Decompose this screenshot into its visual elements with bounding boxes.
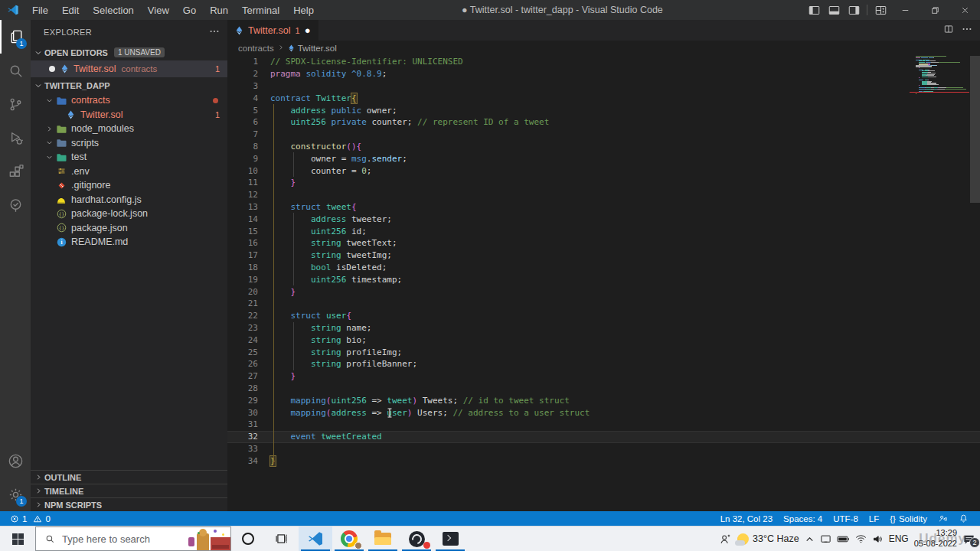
code-line-29[interactable]: 29 mapping(uint256 => tweet) Tweets; // … (227, 394, 980, 406)
code-line-26[interactable]: 26 string profileBanner; (227, 358, 980, 370)
folder-contracts[interactable]: contracts (31, 93, 227, 108)
code-line-4[interactable]: 4contract Twitter{ (227, 92, 980, 104)
line-number[interactable]: 26 (227, 359, 258, 369)
input-language[interactable]: ENG (889, 533, 909, 544)
code-line-19[interactable]: 19 uint256 timestamp; (227, 273, 980, 285)
line-number[interactable]: 12 (227, 190, 258, 200)
minimap[interactable] (916, 56, 969, 94)
chevron-down-icon[interactable] (43, 153, 55, 161)
line-number[interactable]: 14 (227, 214, 258, 224)
volume-icon[interactable] (872, 534, 884, 544)
weather-widget[interactable]: 33°C Haze (737, 533, 799, 545)
testing-icon[interactable] (0, 188, 31, 222)
close-button[interactable] (950, 0, 980, 20)
line-number[interactable]: 21 (227, 298, 258, 308)
line-number[interactable]: 34 (227, 456, 258, 466)
menu-view[interactable]: View (141, 0, 176, 20)
cortana-button[interactable] (231, 527, 265, 551)
chrome-taskbar-button[interactable] (332, 527, 366, 551)
project-root-header[interactable]: TWITTER_DAPP (31, 77, 227, 93)
line-number[interactable]: 6 (227, 117, 258, 127)
file-twitter.sol[interactable]: Twitter.sol1 (31, 108, 227, 122)
code-line-30[interactable]: 30 mapping(address => user) Users; // ad… (227, 406, 980, 419)
open-editor-item[interactable]: Twitter.sol contracts 1 (31, 60, 227, 77)
code-line-2[interactable]: 2pragma solidity ^0.8.9; (227, 68, 980, 80)
task-view-button[interactable] (265, 527, 299, 551)
scrollbar[interactable] (970, 56, 980, 203)
line-number[interactable]: 32 (227, 432, 258, 442)
source-control-icon[interactable] (0, 87, 31, 121)
line-number[interactable]: 25 (227, 347, 258, 357)
code-line-1[interactable]: 1// SPDX-License-Identifier: UNLICENSED (227, 56, 980, 68)
section-npm-scripts[interactable]: NPM SCRIPTS (31, 497, 227, 511)
folder-node_modules[interactable]: node_modules (31, 122, 227, 136)
code-line-23[interactable]: 23 string name; (227, 322, 980, 334)
code-line-5[interactable]: 5 address public owner; (227, 104, 980, 116)
file-package-lock.json[interactable]: {}package-lock.json (31, 207, 227, 221)
feedback-icon[interactable] (933, 511, 953, 526)
menu-file[interactable]: File (25, 0, 55, 20)
line-number[interactable]: 31 (227, 419, 258, 429)
code-line-18[interactable]: 18 bool isDeleted; (227, 262, 980, 274)
line-number[interactable]: 11 (227, 178, 258, 187)
start-button[interactable] (0, 527, 35, 551)
code-line-15[interactable]: 15 uint256 id; (227, 225, 980, 237)
code-line-32[interactable]: 32 event tweetCreated (227, 431, 980, 443)
menu-run[interactable]: Run (203, 0, 235, 20)
open-editors-header[interactable]: OPEN EDITORS 1 UNSAVED (31, 44, 227, 60)
more-actions-icon[interactable] (209, 26, 220, 38)
toggle-sidebar-icon[interactable] (804, 0, 824, 20)
split-editor-icon[interactable] (943, 24, 954, 37)
restore-button[interactable] (920, 0, 950, 20)
code-line-13[interactable]: 13 struct tweet{ (227, 201, 980, 214)
code-line-24[interactable]: 24 string bio; (227, 334, 980, 346)
action-center-button[interactable]: 2 (962, 533, 975, 545)
line-number[interactable]: 1 (227, 57, 258, 67)
extensions-icon[interactable] (0, 155, 31, 188)
code-line-14[interactable]: 14 address tweeter; (227, 213, 980, 225)
file-.gitignore[interactable]: .gitignore (31, 178, 227, 193)
settings-icon[interactable]: 1 (0, 478, 31, 511)
code-line-34[interactable]: 34} (227, 455, 980, 467)
section-timeline[interactable]: TIMELINE (31, 484, 227, 497)
line-number[interactable]: 2 (227, 69, 258, 79)
file-package.json[interactable]: {}package.json (31, 221, 227, 236)
line-number[interactable]: 19 (227, 275, 258, 285)
line-number[interactable]: 7 (227, 129, 258, 139)
line-number[interactable]: 4 (227, 93, 258, 103)
file-hardhat.config.js[interactable]: hardhat.config.js (31, 193, 227, 207)
line-number[interactable]: 16 (227, 238, 258, 248)
people-icon[interactable] (719, 533, 732, 545)
code-line-31[interactable]: 31 (227, 419, 980, 431)
notifications-icon[interactable] (953, 511, 974, 526)
wifi-icon[interactable] (855, 534, 867, 543)
obs-taskbar-button[interactable] (400, 527, 433, 551)
clock[interactable]: 13:29 05-08-2022 (914, 528, 957, 549)
code-line-20[interactable]: 20 } (227, 285, 980, 298)
folder-scripts[interactable]: scripts (31, 136, 227, 151)
eol-sequence[interactable]: LF (864, 511, 884, 526)
code-line-8[interactable]: 8 constructor(){ (227, 141, 980, 153)
line-number[interactable]: 10 (227, 166, 258, 176)
code-line-11[interactable]: 11 } (227, 177, 980, 189)
line-number[interactable]: 13 (227, 202, 258, 212)
line-number[interactable]: 27 (227, 371, 258, 381)
line-number[interactable]: 5 (227, 106, 258, 116)
line-number[interactable]: 23 (227, 323, 258, 333)
terminal-taskbar-button[interactable] (433, 527, 467, 551)
code-line-7[interactable]: 7 (227, 129, 980, 141)
run-debug-icon[interactable] (0, 121, 31, 155)
code-line-6[interactable]: 6 uint256 private counter; // represent … (227, 116, 980, 129)
code-line-28[interactable]: 28 (227, 383, 980, 395)
battery-icon[interactable] (837, 535, 850, 543)
line-number[interactable]: 9 (227, 154, 258, 164)
code-line-27[interactable]: 27 } (227, 370, 980, 383)
code-editor[interactable]: 1// SPDX-License-Identifier: UNLICENSED2… (227, 56, 980, 511)
tablet-mode-icon[interactable] (820, 534, 831, 544)
problems-indicator[interactable]: 1 0 (5, 511, 56, 526)
line-number[interactable]: 3 (227, 81, 258, 91)
breadcrumb-folder[interactable]: contracts (238, 44, 274, 53)
line-number[interactable]: 33 (227, 444, 258, 454)
tab-twitter-sol[interactable]: Twitter.sol 1 ● (227, 20, 318, 41)
taskbar-search[interactable] (35, 527, 231, 551)
